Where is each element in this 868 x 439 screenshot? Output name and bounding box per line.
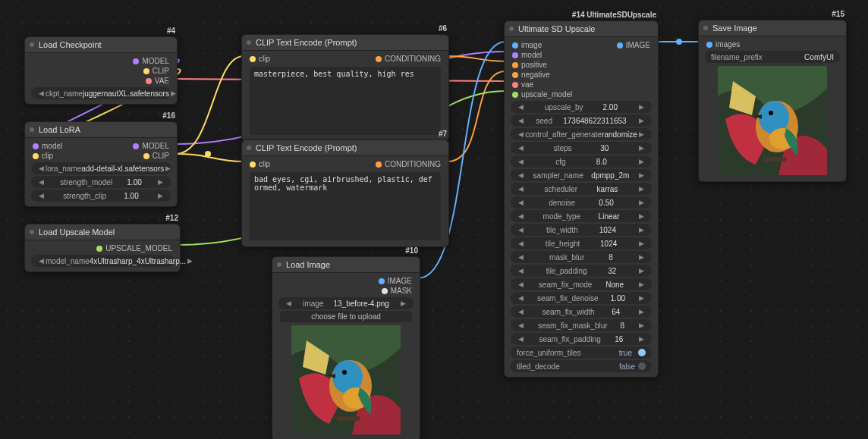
- node-load-upscale-model[interactable]: #12 Load Upscale Model UPSCALE_MODEL ◀ m…: [24, 224, 181, 272]
- prompt-textarea[interactable]: bad eyes, cgi, airbrushed, plastic, defo…: [250, 172, 441, 240]
- input-model[interactable]: model: [33, 142, 62, 150]
- output-image[interactable]: IMAGE: [617, 41, 650, 49]
- toggle-force-uniform-tiles[interactable]: force_uniform_tilestrue: [511, 346, 652, 359]
- node-load-image[interactable]: #10 Load Image IMAGE MASK ◀ image 13_bef…: [272, 256, 420, 439]
- arrow-left-icon[interactable]: ◀: [517, 212, 525, 220]
- output-conditioning[interactable]: CONDITIONING: [376, 160, 441, 168]
- widget-seam-fix-padding[interactable]: ◀seam_fix_padding16▶: [511, 333, 652, 345]
- arrow-left-icon[interactable]: ◀: [517, 253, 525, 261]
- arrow-left-icon[interactable]: ◀: [517, 308, 525, 315]
- widget-seam-fix-width[interactable]: ◀seam_fix_width64▶: [511, 306, 652, 318]
- arrow-right-icon[interactable]: ▶: [169, 89, 178, 97]
- widget-model-name[interactable]: ◀ model_name 4xUltrasharp_4xUltrasharp..…: [31, 255, 174, 267]
- widget-ckpt-name[interactable]: ◀ ckpt_name juggernautXL.safetensors ▶: [31, 87, 171, 99]
- input-model[interactable]: model: [512, 51, 542, 59]
- output-vae[interactable]: VAE: [146, 77, 169, 85]
- input-negative[interactable]: negative: [512, 71, 550, 79]
- input-clip[interactable]: clip: [250, 55, 270, 63]
- arrow-right-icon[interactable]: ▶: [164, 165, 172, 172]
- arrow-right-icon[interactable]: ▶: [399, 299, 407, 307]
- node-title[interactable]: Load Checkpoint: [25, 37, 177, 53]
- arrow-right-icon[interactable]: ▶: [156, 178, 165, 186]
- output-clip[interactable]: CLIP: [143, 152, 169, 160]
- input-clip[interactable]: clip: [33, 152, 53, 160]
- arrow-right-icon[interactable]: ▶: [637, 144, 646, 152]
- arrow-left-icon[interactable]: ◀: [517, 117, 525, 124]
- widget-scheduler[interactable]: ◀schedulerkarras▶: [511, 183, 652, 195]
- widget-sampler-name[interactable]: ◀sampler_namedpmpp_2m▶: [511, 169, 652, 181]
- node-title[interactable]: CLIP Text Encode (Prompt): [242, 35, 448, 51]
- widget-image[interactable]: ◀ image 13_before-4.png ▶: [278, 297, 414, 309]
- output-model[interactable]: MODEL: [133, 142, 169, 150]
- widget-upscale-by[interactable]: ◀upscale_by2.00▶: [511, 101, 652, 113]
- arrow-left-icon[interactable]: ◀: [517, 199, 525, 206]
- widget-lora-name[interactable]: ◀lora_nameadd-detail-xl.safetensors▶: [31, 162, 171, 174]
- arrow-left-icon[interactable]: ◀: [37, 89, 46, 97]
- arrow-right-icon[interactable]: ▶: [637, 321, 646, 329]
- output-image[interactable]: IMAGE: [379, 277, 412, 285]
- arrow-right-icon[interactable]: ▶: [156, 192, 165, 199]
- widget-mode-type[interactable]: ◀mode_typeLinear▶: [511, 210, 652, 222]
- arrow-right-icon[interactable]: ▶: [637, 308, 646, 315]
- arrow-left-icon[interactable]: ◀: [517, 267, 525, 274]
- node-title[interactable]: Load Upscale Model: [25, 224, 180, 240]
- arrow-right-icon[interactable]: ▶: [637, 335, 646, 343]
- output-conditioning[interactable]: CONDITIONING: [376, 55, 441, 63]
- arrow-right-icon[interactable]: ▶: [637, 240, 646, 247]
- widget-seam-fix-mode[interactable]: ◀seam_fix_modeNone▶: [511, 278, 652, 290]
- widget-denoise[interactable]: ◀denoise0.50▶: [511, 196, 652, 209]
- widget-steps[interactable]: ◀steps30▶: [511, 142, 652, 154]
- widget-seam-fix-denoise[interactable]: ◀seam_fix_denoise1.00▶: [511, 292, 652, 304]
- arrow-left-icon[interactable]: ◀: [517, 185, 525, 193]
- node-clip-text-encode-negative[interactable]: #7 CLIP Text Encode (Prompt) clip CONDIT…: [241, 140, 449, 247]
- node-load-checkpoint[interactable]: #4 Load Checkpoint MODEL CLIP VAE ◀ ckpt…: [24, 36, 178, 105]
- arrow-left-icon[interactable]: ◀: [517, 281, 525, 288]
- arrow-right-icon[interactable]: ▶: [637, 212, 646, 220]
- arrow-right-icon[interactable]: ▶: [637, 103, 646, 111]
- arrow-left-icon[interactable]: ◀: [285, 299, 293, 307]
- arrow-right-icon[interactable]: ▶: [637, 281, 646, 288]
- arrow-left-icon[interactable]: ◀: [37, 257, 46, 265]
- arrow-right-icon[interactable]: ▶: [637, 158, 646, 165]
- output-model[interactable]: MODEL: [133, 57, 169, 65]
- output-clip[interactable]: CLIP: [143, 67, 169, 75]
- arrow-left-icon[interactable]: ◀: [517, 130, 525, 138]
- arrow-left-icon[interactable]: ◀: [517, 144, 525, 152]
- arrow-left-icon[interactable]: ◀: [37, 178, 46, 186]
- output-upscale-model[interactable]: UPSCALE_MODEL: [96, 244, 172, 252]
- arrow-right-icon[interactable]: ▶: [186, 257, 194, 265]
- input-clip[interactable]: clip: [250, 160, 270, 168]
- widget-mask-blur[interactable]: ◀mask_blur8▶: [511, 251, 652, 263]
- node-ultimate-sd-upscale[interactable]: #14 UltimateSDUpscale Ultimate SD Upscal…: [504, 20, 659, 378]
- arrow-left-icon[interactable]: ◀: [517, 158, 525, 165]
- input-vae[interactable]: vae: [512, 80, 533, 89]
- arrow-left-icon[interactable]: ◀: [517, 226, 525, 234]
- node-title[interactable]: Save Image: [699, 20, 846, 36]
- node-load-lora[interactable]: #16 Load LoRA model MODEL clip CLIP ◀lor…: [24, 121, 178, 207]
- node-title[interactable]: Ultimate SD Upscale: [505, 21, 658, 37]
- arrow-right-icon[interactable]: ▶: [637, 253, 646, 261]
- prompt-textarea[interactable]: masterpiece, best quality, high res: [250, 67, 441, 135]
- arrow-right-icon[interactable]: ▶: [637, 226, 646, 234]
- widget-control-after-generate[interactable]: ◀control_after_generaterandomize▶: [511, 128, 652, 140]
- arrow-left-icon[interactable]: ◀: [517, 171, 525, 179]
- node-title[interactable]: Load Image: [272, 257, 420, 273]
- arrow-right-icon[interactable]: ▶: [637, 185, 646, 193]
- widget-seed[interactable]: ◀seed173648622311653▶: [511, 114, 652, 127]
- arrow-right-icon[interactable]: ▶: [637, 199, 646, 206]
- node-save-image[interactable]: #15 Save Image images filename_prefix Co…: [698, 20, 847, 182]
- arrow-right-icon[interactable]: ▶: [637, 294, 646, 302]
- input-image[interactable]: image: [512, 41, 542, 49]
- widget-tile-height[interactable]: ◀tile_height1024▶: [511, 237, 652, 249]
- widget-strength-clip[interactable]: ◀strength_clip1.00▶: [31, 190, 171, 202]
- widget-strength-model[interactable]: ◀strength_model1.00▶: [31, 176, 171, 188]
- arrow-right-icon[interactable]: ▶: [637, 117, 646, 124]
- toggle-tiled-decode[interactable]: tiled_decodefalse: [511, 360, 652, 372]
- arrow-left-icon[interactable]: ◀: [517, 335, 525, 343]
- arrow-right-icon[interactable]: ▶: [637, 130, 646, 138]
- node-title[interactable]: Load LoRA: [25, 122, 177, 138]
- arrow-left-icon[interactable]: ◀: [517, 240, 525, 247]
- arrow-left-icon[interactable]: ◀: [517, 294, 525, 302]
- input-images[interactable]: images: [706, 40, 740, 49]
- node-clip-text-encode-positive[interactable]: #6 CLIP Text Encode (Prompt) clip CONDIT…: [241, 34, 449, 142]
